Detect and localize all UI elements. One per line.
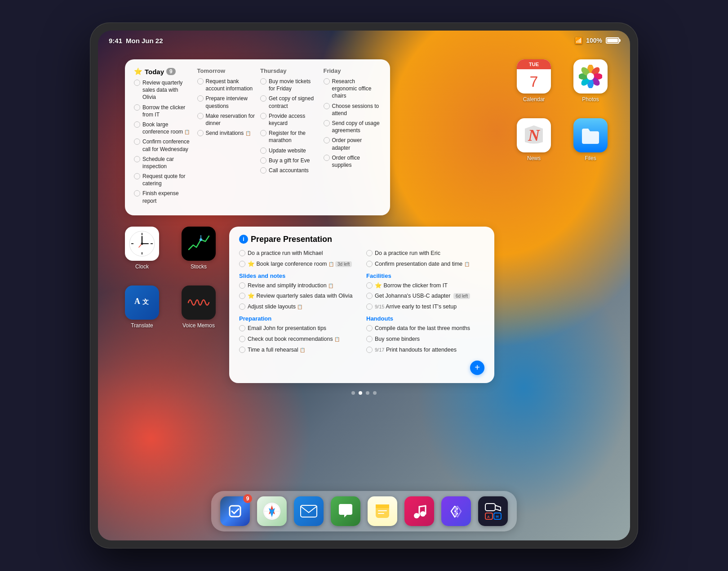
reminders-widget[interactable]: ⭐ Today 9 Review quarterly sales data wi…: [125, 59, 390, 215]
app-icon-calendar[interactable]: TUE 7 Calendar: [517, 59, 551, 103]
list-item[interactable]: Revise and simplify introduction 📋: [239, 282, 357, 290]
check-circle[interactable]: [134, 121, 140, 128]
list-item[interactable]: Get Johanna's USB-C adapter 6d left: [366, 292, 484, 300]
list-item[interactable]: Adjust slide layouts 📋: [239, 303, 357, 311]
dock-app-mail[interactable]: [294, 496, 324, 526]
list-item[interactable]: Buy movie tickets for Friday: [260, 78, 318, 92]
check-circle[interactable]: [239, 325, 245, 331]
check-circle[interactable]: [366, 250, 373, 256]
list-item[interactable]: Buy a gift for Eve: [260, 157, 318, 164]
dock-app-facetime[interactable]: A ✉: [478, 496, 508, 526]
add-reminder-button[interactable]: +: [470, 361, 484, 375]
dock-app-shortcuts[interactable]: [441, 496, 471, 526]
list-item[interactable]: Order office supplies: [324, 154, 382, 169]
list-item[interactable]: Time a full rehearsal 📋: [239, 346, 357, 354]
list-item[interactable]: Update website: [260, 147, 318, 154]
list-item[interactable]: Borrow the clicker from IT: [134, 104, 192, 118]
app-icon-voicememos[interactable]: Voice Memos: [182, 286, 216, 329]
check-circle[interactable]: [239, 336, 245, 342]
list-item[interactable]: Register for the marathon: [260, 129, 318, 144]
list-item[interactable]: Do a practice run with Eric: [366, 250, 484, 257]
list-item[interactable]: Request bank account information: [197, 78, 255, 92]
check-circle[interactable]: [239, 303, 245, 310]
page-dot-3[interactable]: [366, 391, 369, 395]
app-icon-translate[interactable]: A 文 Translate: [125, 286, 159, 329]
check-circle[interactable]: [134, 173, 140, 179]
dock-app-notes[interactable]: [368, 496, 397, 526]
app-icon-clock[interactable]: Clock: [125, 227, 159, 270]
list-item[interactable]: Make reservation for dinner: [197, 112, 255, 127]
check-circle[interactable]: [324, 103, 330, 109]
check-circle[interactable]: [197, 130, 204, 136]
check-circle[interactable]: [239, 282, 245, 289]
list-item[interactable]: Finish expense report: [134, 190, 192, 204]
check-circle[interactable]: [134, 138, 140, 145]
app-icon-files[interactable]: Files: [573, 118, 608, 161]
check-circle[interactable]: [324, 155, 330, 161]
check-circle[interactable]: [260, 147, 266, 154]
check-circle[interactable]: [324, 78, 330, 85]
check-circle[interactable]: [134, 104, 140, 111]
list-item[interactable]: Choose sessions to attend: [324, 103, 382, 117]
list-item[interactable]: Prepare interview questions: [197, 95, 255, 109]
app-icon-stocks[interactable]: Stocks: [182, 227, 216, 270]
list-item[interactable]: Send invitations 📋: [197, 129, 255, 137]
prep-widget[interactable]: i Prepare Presentation Do a practice run…: [229, 227, 494, 383]
list-item[interactable]: Provide access keycard: [260, 112, 318, 127]
app-icon-news[interactable]: N News: [517, 118, 551, 161]
dock-app-safari[interactable]: [257, 496, 287, 526]
check-circle[interactable]: [366, 293, 373, 299]
check-circle[interactable]: [197, 95, 204, 102]
check-circle[interactable]: [134, 156, 140, 162]
check-circle[interactable]: [260, 130, 266, 136]
dock-app-omnifocus[interactable]: 9: [220, 496, 250, 526]
list-item[interactable]: 9/15 Arrive early to test IT's setup: [366, 303, 484, 311]
check-circle[interactable]: [366, 325, 373, 331]
check-circle[interactable]: [239, 347, 245, 353]
list-item[interactable]: Do a practice run with Michael: [239, 250, 357, 257]
list-item[interactable]: ⭐ Borrow the clicker from IT: [366, 282, 484, 290]
list-item[interactable]: Schedule car inspection: [134, 156, 192, 170]
check-circle[interactable]: [197, 113, 204, 119]
list-item[interactable]: Order power adapter: [324, 137, 382, 151]
dock-app-messages[interactable]: [331, 496, 360, 526]
list-item[interactable]: Send copy of usage agreements: [324, 120, 382, 134]
check-circle[interactable]: [366, 261, 373, 267]
check-circle[interactable]: [134, 190, 140, 196]
list-item[interactable]: Book large conference room 📋: [134, 121, 192, 135]
check-circle[interactable]: [260, 78, 266, 85]
list-item[interactable]: Review quarterly sales data with Olivia: [134, 79, 192, 101]
list-item[interactable]: Get copy of signed contract: [260, 95, 318, 109]
page-dot-4[interactable]: [373, 391, 377, 395]
check-circle[interactable]: [239, 293, 245, 299]
list-item[interactable]: Call accountants: [260, 167, 318, 174]
list-item[interactable]: Request quote for catering: [134, 173, 192, 187]
check-circle[interactable]: [324, 137, 330, 143]
check-circle[interactable]: [324, 120, 330, 126]
list-item[interactable]: ⭐ Review quarterly sales data with Olivi…: [239, 292, 357, 300]
list-item[interactable]: Check out book recommendations 📋: [239, 335, 357, 343]
list-item[interactable]: Research ergonomic office chairs: [324, 78, 382, 100]
page-dot-2[interactable]: [359, 391, 362, 395]
dock-app-music[interactable]: [404, 496, 434, 526]
check-circle[interactable]: [260, 113, 266, 119]
check-circle[interactable]: [134, 80, 140, 86]
list-item[interactable]: Buy some binders: [366, 335, 484, 343]
list-item[interactable]: Confirm presentation date and time 📋: [366, 260, 484, 268]
check-circle[interactable]: [260, 157, 266, 164]
list-item[interactable]: 9/17 Print handouts for attendees: [366, 346, 484, 354]
check-circle[interactable]: [366, 336, 373, 342]
page-dot-1[interactable]: [351, 391, 355, 395]
list-item[interactable]: Email John for presentation tips: [239, 325, 357, 332]
list-item[interactable]: Confirm conference call for Wednesday: [134, 138, 192, 152]
check-circle[interactable]: [366, 282, 373, 289]
list-item[interactable]: ⭐ Book large conference room 📋3d left: [239, 260, 357, 268]
app-icon-photos[interactable]: Photos: [573, 59, 608, 103]
check-circle[interactable]: [260, 167, 266, 174]
check-circle[interactable]: [366, 303, 373, 310]
check-circle[interactable]: [260, 95, 266, 102]
check-circle[interactable]: [197, 78, 204, 85]
check-circle[interactable]: [239, 250, 245, 256]
check-circle[interactable]: [239, 261, 245, 267]
check-circle[interactable]: [366, 347, 373, 353]
